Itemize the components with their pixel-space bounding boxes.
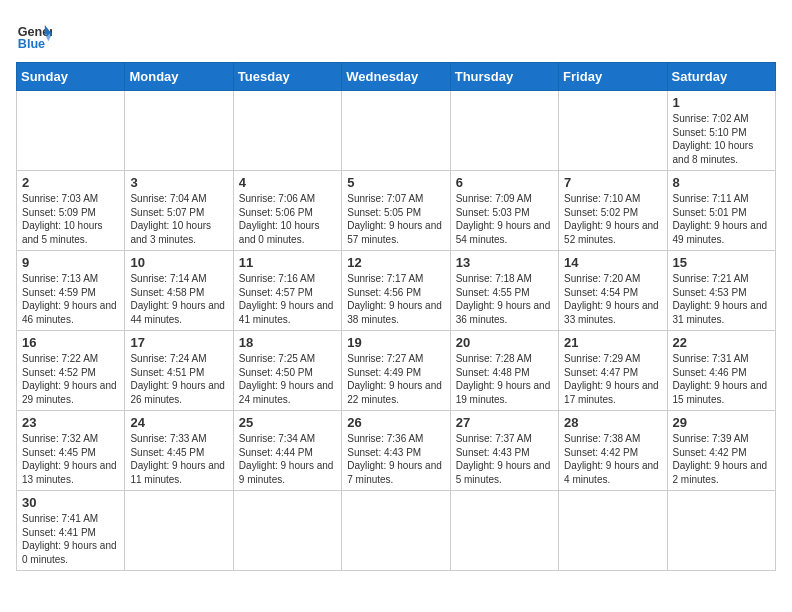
- calendar-header-row: SundayMondayTuesdayWednesdayThursdayFrid…: [17, 63, 776, 91]
- calendar-cell: [450, 491, 558, 571]
- day-number: 6: [456, 175, 553, 190]
- day-number: 16: [22, 335, 119, 350]
- calendar-week-row: 9Sunrise: 7:13 AM Sunset: 4:59 PM Daylig…: [17, 251, 776, 331]
- calendar-cell: 12Sunrise: 7:17 AM Sunset: 4:56 PM Dayli…: [342, 251, 450, 331]
- day-number: 14: [564, 255, 661, 270]
- day-info: Sunrise: 7:02 AM Sunset: 5:10 PM Dayligh…: [673, 112, 770, 166]
- day-info: Sunrise: 7:18 AM Sunset: 4:55 PM Dayligh…: [456, 272, 553, 326]
- day-number: 15: [673, 255, 770, 270]
- day-info: Sunrise: 7:11 AM Sunset: 5:01 PM Dayligh…: [673, 192, 770, 246]
- day-number: 24: [130, 415, 227, 430]
- calendar-cell: 25Sunrise: 7:34 AM Sunset: 4:44 PM Dayli…: [233, 411, 341, 491]
- day-info: Sunrise: 7:33 AM Sunset: 4:45 PM Dayligh…: [130, 432, 227, 486]
- calendar-cell: 6Sunrise: 7:09 AM Sunset: 5:03 PM Daylig…: [450, 171, 558, 251]
- calendar-cell: [233, 91, 341, 171]
- weekday-header: Friday: [559, 63, 667, 91]
- day-number: 26: [347, 415, 444, 430]
- day-number: 17: [130, 335, 227, 350]
- day-number: 2: [22, 175, 119, 190]
- logo: General Blue: [16, 16, 52, 52]
- day-number: 22: [673, 335, 770, 350]
- calendar-cell: [17, 91, 125, 171]
- day-info: Sunrise: 7:39 AM Sunset: 4:42 PM Dayligh…: [673, 432, 770, 486]
- day-number: 5: [347, 175, 444, 190]
- day-info: Sunrise: 7:17 AM Sunset: 4:56 PM Dayligh…: [347, 272, 444, 326]
- day-number: 27: [456, 415, 553, 430]
- day-number: 1: [673, 95, 770, 110]
- day-info: Sunrise: 7:27 AM Sunset: 4:49 PM Dayligh…: [347, 352, 444, 406]
- calendar-cell: 2Sunrise: 7:03 AM Sunset: 5:09 PM Daylig…: [17, 171, 125, 251]
- calendar-cell: 13Sunrise: 7:18 AM Sunset: 4:55 PM Dayli…: [450, 251, 558, 331]
- day-info: Sunrise: 7:34 AM Sunset: 4:44 PM Dayligh…: [239, 432, 336, 486]
- day-number: 30: [22, 495, 119, 510]
- day-number: 10: [130, 255, 227, 270]
- weekday-header: Monday: [125, 63, 233, 91]
- calendar-cell: 30Sunrise: 7:41 AM Sunset: 4:41 PM Dayli…: [17, 491, 125, 571]
- calendar-cell: [342, 91, 450, 171]
- calendar-cell: 5Sunrise: 7:07 AM Sunset: 5:05 PM Daylig…: [342, 171, 450, 251]
- day-info: Sunrise: 7:37 AM Sunset: 4:43 PM Dayligh…: [456, 432, 553, 486]
- calendar-cell: 18Sunrise: 7:25 AM Sunset: 4:50 PM Dayli…: [233, 331, 341, 411]
- calendar-cell: 11Sunrise: 7:16 AM Sunset: 4:57 PM Dayli…: [233, 251, 341, 331]
- day-number: 12: [347, 255, 444, 270]
- calendar-cell: 17Sunrise: 7:24 AM Sunset: 4:51 PM Dayli…: [125, 331, 233, 411]
- weekday-header: Tuesday: [233, 63, 341, 91]
- calendar-cell: 4Sunrise: 7:06 AM Sunset: 5:06 PM Daylig…: [233, 171, 341, 251]
- calendar-cell: 9Sunrise: 7:13 AM Sunset: 4:59 PM Daylig…: [17, 251, 125, 331]
- calendar-cell: 7Sunrise: 7:10 AM Sunset: 5:02 PM Daylig…: [559, 171, 667, 251]
- calendar-week-row: 23Sunrise: 7:32 AM Sunset: 4:45 PM Dayli…: [17, 411, 776, 491]
- calendar-cell: [125, 491, 233, 571]
- day-number: 11: [239, 255, 336, 270]
- weekday-header: Sunday: [17, 63, 125, 91]
- day-number: 21: [564, 335, 661, 350]
- calendar-cell: [450, 91, 558, 171]
- day-number: 8: [673, 175, 770, 190]
- svg-text:Blue: Blue: [18, 37, 45, 51]
- weekday-header: Wednesday: [342, 63, 450, 91]
- day-number: 7: [564, 175, 661, 190]
- calendar-cell: [233, 491, 341, 571]
- calendar-table: SundayMondayTuesdayWednesdayThursdayFrid…: [16, 62, 776, 571]
- day-number: 29: [673, 415, 770, 430]
- day-info: Sunrise: 7:29 AM Sunset: 4:47 PM Dayligh…: [564, 352, 661, 406]
- day-number: 20: [456, 335, 553, 350]
- calendar-week-row: 16Sunrise: 7:22 AM Sunset: 4:52 PM Dayli…: [17, 331, 776, 411]
- calendar-cell: 23Sunrise: 7:32 AM Sunset: 4:45 PM Dayli…: [17, 411, 125, 491]
- calendar-cell: 28Sunrise: 7:38 AM Sunset: 4:42 PM Dayli…: [559, 411, 667, 491]
- calendar-cell: 19Sunrise: 7:27 AM Sunset: 4:49 PM Dayli…: [342, 331, 450, 411]
- day-info: Sunrise: 7:25 AM Sunset: 4:50 PM Dayligh…: [239, 352, 336, 406]
- weekday-header: Saturday: [667, 63, 775, 91]
- day-info: Sunrise: 7:38 AM Sunset: 4:42 PM Dayligh…: [564, 432, 661, 486]
- calendar-cell: [559, 91, 667, 171]
- day-number: 19: [347, 335, 444, 350]
- calendar-cell: 21Sunrise: 7:29 AM Sunset: 4:47 PM Dayli…: [559, 331, 667, 411]
- day-info: Sunrise: 7:28 AM Sunset: 4:48 PM Dayligh…: [456, 352, 553, 406]
- calendar-cell: 3Sunrise: 7:04 AM Sunset: 5:07 PM Daylig…: [125, 171, 233, 251]
- day-info: Sunrise: 7:41 AM Sunset: 4:41 PM Dayligh…: [22, 512, 119, 566]
- day-number: 4: [239, 175, 336, 190]
- day-info: Sunrise: 7:32 AM Sunset: 4:45 PM Dayligh…: [22, 432, 119, 486]
- day-info: Sunrise: 7:14 AM Sunset: 4:58 PM Dayligh…: [130, 272, 227, 326]
- day-number: 18: [239, 335, 336, 350]
- day-number: 9: [22, 255, 119, 270]
- weekday-header: Thursday: [450, 63, 558, 91]
- calendar-cell: 26Sunrise: 7:36 AM Sunset: 4:43 PM Dayli…: [342, 411, 450, 491]
- day-info: Sunrise: 7:20 AM Sunset: 4:54 PM Dayligh…: [564, 272, 661, 326]
- day-info: Sunrise: 7:36 AM Sunset: 4:43 PM Dayligh…: [347, 432, 444, 486]
- page-header: General Blue: [16, 16, 776, 52]
- calendar-cell: 10Sunrise: 7:14 AM Sunset: 4:58 PM Dayli…: [125, 251, 233, 331]
- calendar-cell: [342, 491, 450, 571]
- day-info: Sunrise: 7:09 AM Sunset: 5:03 PM Dayligh…: [456, 192, 553, 246]
- calendar-cell: 16Sunrise: 7:22 AM Sunset: 4:52 PM Dayli…: [17, 331, 125, 411]
- day-info: Sunrise: 7:04 AM Sunset: 5:07 PM Dayligh…: [130, 192, 227, 246]
- day-info: Sunrise: 7:10 AM Sunset: 5:02 PM Dayligh…: [564, 192, 661, 246]
- calendar-cell: 20Sunrise: 7:28 AM Sunset: 4:48 PM Dayli…: [450, 331, 558, 411]
- calendar-cell: [559, 491, 667, 571]
- calendar-week-row: 1Sunrise: 7:02 AM Sunset: 5:10 PM Daylig…: [17, 91, 776, 171]
- calendar-cell: 24Sunrise: 7:33 AM Sunset: 4:45 PM Dayli…: [125, 411, 233, 491]
- calendar-week-row: 30Sunrise: 7:41 AM Sunset: 4:41 PM Dayli…: [17, 491, 776, 571]
- calendar-week-row: 2Sunrise: 7:03 AM Sunset: 5:09 PM Daylig…: [17, 171, 776, 251]
- calendar-cell: 29Sunrise: 7:39 AM Sunset: 4:42 PM Dayli…: [667, 411, 775, 491]
- calendar-cell: [125, 91, 233, 171]
- calendar-cell: 14Sunrise: 7:20 AM Sunset: 4:54 PM Dayli…: [559, 251, 667, 331]
